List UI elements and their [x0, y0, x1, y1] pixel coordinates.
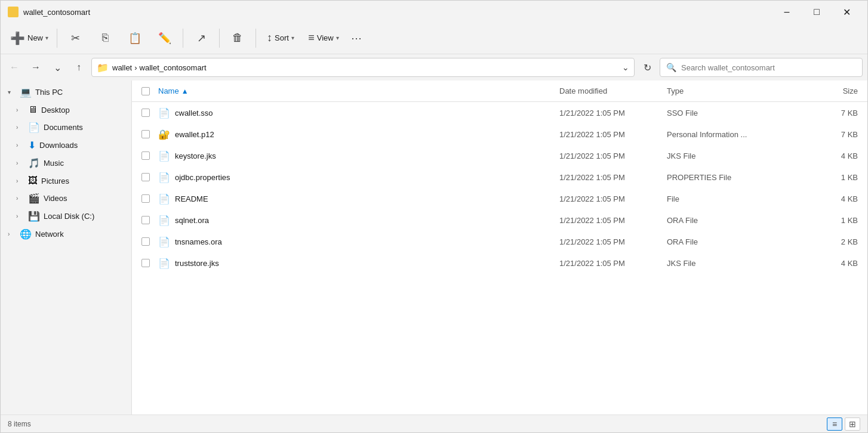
- new-button[interactable]: ➕ New ▾: [5, 24, 53, 52]
- sidebar-item-label: Downloads: [39, 141, 124, 150]
- file-checkbox[interactable]: [141, 173, 150, 181]
- file-name-label: tnsnames.ora: [175, 237, 222, 246]
- table-row[interactable]: 📄 README 1/21/2022 1:05 PM File 4 KB: [132, 188, 867, 209]
- file-icon: 📄: [158, 150, 170, 162]
- file-date: 1/21/2022 1:05 PM: [559, 130, 667, 139]
- sort-button[interactable]: ↕ Sort ▾: [260, 24, 301, 52]
- file-name-col: 📄 truststore.jks: [158, 258, 559, 269]
- file-icon: 📄: [158, 236, 170, 248]
- file-icon: 📄: [158, 172, 170, 183]
- file-name-col: 📄 README: [158, 193, 559, 205]
- file-type: SSO File: [667, 109, 798, 117]
- file-name-label: keystore.jks: [175, 151, 216, 160]
- delete-button[interactable]: 🗑: [223, 24, 252, 52]
- col-size-header[interactable]: Size: [798, 86, 858, 95]
- more-button[interactable]: ⋯: [346, 24, 367, 52]
- rename-icon: ✏️: [158, 32, 171, 45]
- table-row[interactable]: 📄 sqlnet.ora 1/21/2022 1:05 PM ORA File …: [132, 209, 867, 231]
- delete-icon: 🗑: [232, 32, 243, 44]
- table-row[interactable]: 📄 ojdbc.properties 1/21/2022 1:05 PM PRO…: [132, 166, 867, 188]
- rename-button[interactable]: ✏️: [150, 24, 179, 52]
- select-all-checkbox[interactable]: [141, 87, 150, 95]
- network-icon: 🌐: [20, 228, 32, 240]
- row-checkbox: [141, 237, 158, 246]
- address-breadcrumb: wallet › wallet_contosomart: [112, 63, 618, 72]
- file-checkbox[interactable]: [141, 216, 150, 224]
- file-checkbox[interactable]: [141, 109, 150, 117]
- sidebar-item-label: Videos: [44, 194, 124, 203]
- row-checkbox: [141, 151, 158, 160]
- file-name-label: README: [175, 194, 208, 203]
- address-folder-icon: 📁: [97, 62, 109, 73]
- file-date: 1/21/2022 1:05 PM: [559, 216, 667, 225]
- address-dropdown-button[interactable]: ⌄: [622, 63, 629, 72]
- row-checkbox: [141, 130, 158, 138]
- title-bar-left: wallet_contosomart: [8, 7, 90, 17]
- grid-view-toggle[interactable]: ⊞: [845, 417, 860, 431]
- col-date-header[interactable]: Date modified: [559, 86, 667, 95]
- table-row[interactable]: 📄 keystore.jks 1/21/2022 1:05 PM JKS Fil…: [132, 145, 867, 166]
- sidebar-item-label: Local Disk (C:): [44, 212, 124, 221]
- file-checkbox[interactable]: [141, 237, 150, 246]
- address-bar-row: ← → ⌄ ↑ 📁 wallet › wallet_contosomart ⌄ …: [1, 54, 867, 81]
- file-size: 1 KB: [798, 216, 858, 225]
- sidebar-item-videos[interactable]: › 🎬 Videos: [3, 190, 129, 207]
- desktop-icon: 🖥: [28, 104, 38, 115]
- file-size: 4 KB: [798, 259, 858, 268]
- table-row[interactable]: 🔐 ewallet.p12 1/21/2022 1:05 PM Personal…: [132, 123, 867, 145]
- sidebar-item-this-pc[interactable]: ▾ 💻 This PC: [3, 83, 129, 101]
- file-checkbox[interactable]: [141, 194, 150, 203]
- address-bar[interactable]: 📁 wallet › wallet_contosomart ⌄: [91, 58, 635, 77]
- table-row[interactable]: 📄 truststore.jks 1/21/2022 1:05 PM JKS F…: [132, 252, 867, 274]
- toolbar-sep-2: [183, 29, 183, 48]
- back-button[interactable]: ←: [5, 58, 23, 76]
- file-type: JKS File: [667, 151, 798, 160]
- copy-button[interactable]: ⎘: [91, 24, 119, 52]
- sort-arrow-icon: ▲: [181, 87, 189, 95]
- file-checkbox[interactable]: [141, 151, 150, 160]
- share-button[interactable]: ↗: [187, 24, 216, 52]
- window-icon: [8, 7, 19, 17]
- forward-button[interactable]: →: [27, 58, 45, 76]
- file-icon: 📄: [158, 107, 170, 119]
- view-icon: ≡: [308, 32, 315, 44]
- up-button[interactable]: ↑: [70, 58, 88, 76]
- table-row[interactable]: 📄 tnsnames.ora 1/21/2022 1:05 PM ORA Fil…: [132, 231, 867, 252]
- list-view-toggle[interactable]: ≡: [827, 417, 842, 431]
- maximize-button[interactable]: □: [803, 4, 830, 20]
- sidebar-item-network[interactable]: › 🌐 Network: [3, 225, 129, 243]
- col-name-label: Name: [158, 86, 179, 95]
- downloads-chevron: ›: [16, 142, 24, 149]
- file-date: 1/21/2022 1:05 PM: [559, 259, 667, 268]
- file-checkbox[interactable]: [141, 259, 150, 267]
- sidebar-item-pictures[interactable]: › 🖼 Pictures: [3, 172, 129, 189]
- recent-button[interactable]: ⌄: [48, 58, 66, 76]
- close-button[interactable]: ✕: [833, 4, 860, 20]
- table-row[interactable]: 📄 cwallet.sso 1/21/2022 1:05 PM SSO File…: [132, 102, 867, 123]
- col-name-header[interactable]: Name ▲: [158, 86, 559, 95]
- sort-icon: ↕: [267, 32, 272, 44]
- paste-button[interactable]: 📋: [121, 24, 149, 52]
- file-date: 1/21/2022 1:05 PM: [559, 194, 667, 203]
- new-button-label: New: [27, 33, 43, 42]
- list-view-icon: ≡: [832, 419, 837, 429]
- sidebar-item-label: Documents: [44, 123, 124, 132]
- sidebar-item-local-disk[interactable]: › 💾 Local Disk (C:): [3, 208, 129, 225]
- sidebar-item-music[interactable]: › 🎵 Music: [3, 154, 129, 172]
- refresh-button[interactable]: ↻: [638, 58, 656, 76]
- pictures-chevron: ›: [16, 178, 24, 184]
- minimize-button[interactable]: –: [773, 4, 801, 20]
- file-checkbox[interactable]: [141, 130, 150, 138]
- sidebar-item-desktop[interactable]: › 🖥 Desktop: [3, 101, 129, 118]
- view-button[interactable]: ≡ View ▾: [303, 24, 344, 52]
- col-type-header[interactable]: Type: [667, 86, 798, 95]
- cut-button[interactable]: ✂: [61, 24, 90, 52]
- breadcrumb-wallet: wallet: [112, 63, 132, 72]
- search-input[interactable]: [681, 63, 856, 72]
- sidebar-item-downloads[interactable]: › ⬇ Downloads: [3, 137, 129, 154]
- sidebar-item-documents[interactable]: › 📄 Documents: [3, 119, 129, 136]
- file-type: JKS File: [667, 259, 798, 268]
- file-name-col: 📄 tnsnames.ora: [158, 236, 559, 248]
- file-date: 1/21/2022 1:05 PM: [559, 151, 667, 160]
- file-date: 1/21/2022 1:05 PM: [559, 173, 667, 182]
